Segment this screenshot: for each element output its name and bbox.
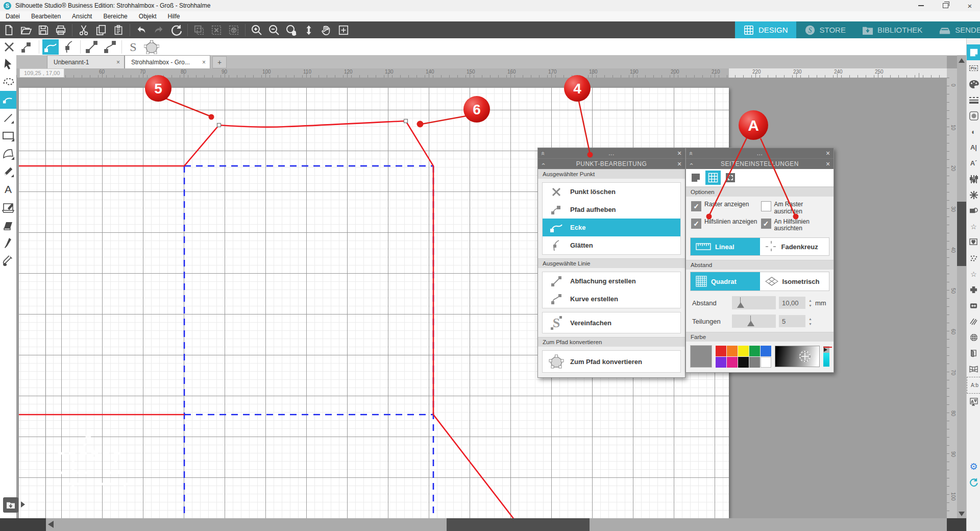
fit-page-icon[interactable] bbox=[335, 23, 352, 37]
knife-tool-icon[interactable] bbox=[0, 234, 16, 252]
close-button[interactable]: × bbox=[960, 0, 980, 11]
holding-area-button[interactable] bbox=[3, 497, 18, 513]
zoom-out-icon[interactable] bbox=[265, 23, 283, 37]
color-swatch[interactable] bbox=[738, 346, 749, 356]
print-icon[interactable] bbox=[52, 23, 69, 37]
redo-icon[interactable] bbox=[150, 23, 167, 37]
arc-tool-icon[interactable] bbox=[0, 144, 16, 162]
notes-tool-icon[interactable] bbox=[0, 198, 16, 216]
ruler-toggle-button[interactable]: Lineal bbox=[691, 238, 760, 255]
spacing-stepper[interactable]: ▲▼ bbox=[808, 299, 812, 307]
color-swatch[interactable] bbox=[716, 357, 726, 368]
nav-store-button[interactable]: S STORE bbox=[796, 21, 854, 38]
page-panel-title-bar[interactable]: ‹ SEITENEINSTELLUNGEN × bbox=[686, 158, 834, 169]
tab-close-icon[interactable]: × bbox=[202, 59, 206, 66]
draw-tool-icon[interactable] bbox=[0, 162, 16, 180]
horizontal-scroll-thumb[interactable] bbox=[447, 518, 590, 531]
pixel-trace-icon[interactable]: Pix bbox=[967, 60, 980, 76]
brightness-slider[interactable] bbox=[823, 346, 830, 367]
point-panel-drag-bar[interactable]: « ... × bbox=[538, 148, 685, 158]
nav-library-button[interactable]: BIBLIOTHEK bbox=[854, 21, 930, 38]
weld-icon[interactable] bbox=[967, 298, 980, 313]
color-swatch[interactable] bbox=[749, 346, 760, 356]
transform-icon[interactable] bbox=[967, 171, 980, 187]
delete-point-tool-icon[interactable] bbox=[0, 39, 18, 55]
duplicate-selection-icon[interactable] bbox=[190, 23, 208, 37]
corner-button[interactable]: Ecke bbox=[543, 219, 680, 236]
snap-to-grid-checkbox[interactable]: Am Raster ausrichten bbox=[761, 201, 829, 215]
menu-bearbeiten[interactable]: Bearbeiten bbox=[26, 13, 66, 20]
spacing-slider[interactable] bbox=[732, 296, 776, 309]
kerning-icon[interactable]: A:b bbox=[967, 377, 980, 394]
refresh-icon[interactable] bbox=[167, 23, 185, 37]
cut-icon[interactable] bbox=[75, 23, 92, 37]
text-tool-icon[interactable]: A bbox=[0, 180, 16, 198]
scroll-up-icon[interactable] bbox=[959, 58, 965, 63]
new-document-icon[interactable] bbox=[0, 23, 17, 37]
simplify-button[interactable]: S Vereinfachen bbox=[543, 312, 680, 333]
paste-icon[interactable] bbox=[110, 23, 127, 37]
curve-segment-tool-icon[interactable] bbox=[101, 39, 119, 55]
scroll-left-icon[interactable] bbox=[48, 521, 54, 528]
tab-grid-icon[interactable] bbox=[705, 171, 721, 185]
puzzle-icon[interactable] bbox=[967, 282, 980, 298]
nav-send-button[interactable]: SENDEN bbox=[930, 21, 980, 38]
current-grid-color-swatch[interactable] bbox=[690, 345, 712, 368]
update-icon[interactable] bbox=[967, 474, 980, 490]
menu-bereiche[interactable]: Bereiche bbox=[97, 13, 133, 20]
color-swatch[interactable] bbox=[727, 357, 738, 368]
rhinestone-icon[interactable] bbox=[967, 329, 980, 345]
menu-datei[interactable]: Datei bbox=[0, 13, 26, 20]
fill-color-icon[interactable] bbox=[967, 76, 980, 92]
corner-point-tool-icon[interactable] bbox=[42, 39, 59, 55]
scroll-down-icon[interactable] bbox=[959, 512, 965, 516]
tab-close-icon[interactable]: × bbox=[116, 59, 120, 66]
tab-page-icon[interactable] bbox=[688, 171, 703, 185]
delete-point-button[interactable]: Punkt löschen bbox=[543, 183, 680, 201]
offset-icon[interactable]: ☆ bbox=[967, 219, 980, 234]
collapse-all-icon[interactable]: « bbox=[538, 150, 549, 157]
square-grid-button[interactable]: Quadrat bbox=[691, 272, 760, 291]
replicate-icon[interactable] bbox=[967, 203, 980, 219]
save-icon[interactable] bbox=[35, 23, 52, 37]
release-path-button[interactable]: Pfad aufheben bbox=[543, 201, 680, 219]
point-panel-title-bar[interactable]: ‹ PUNKT-BEARBEITUNG × bbox=[538, 158, 685, 169]
restore-button[interactable] bbox=[935, 0, 955, 11]
simplify-tool-icon[interactable]: S bbox=[124, 39, 142, 55]
rectangle-tool-icon[interactable] bbox=[0, 127, 16, 144]
show-grid-checkbox[interactable]: ✓ Raster anzeigen bbox=[691, 201, 759, 215]
pan-hand-icon[interactable] bbox=[317, 23, 335, 37]
undo-icon[interactable] bbox=[133, 23, 150, 37]
menu-objekt[interactable]: Objekt bbox=[133, 13, 162, 20]
vertical-scroll-thumb[interactable] bbox=[957, 202, 966, 266]
minimize-button[interactable] bbox=[911, 0, 931, 11]
divisions-stepper[interactable]: ▲▼ bbox=[808, 317, 812, 326]
lasso-select-tool-icon[interactable] bbox=[0, 73, 16, 91]
color-swatch[interactable] bbox=[738, 357, 749, 368]
panel-close-icon[interactable]: × bbox=[822, 160, 834, 168]
page-settings-icon[interactable] bbox=[967, 44, 980, 60]
line-style-icon[interactable] bbox=[967, 92, 980, 108]
tab-unbenannt[interactable]: Unbenannt-1× bbox=[47, 55, 125, 68]
nav-design-button[interactable]: DESIGN bbox=[735, 21, 796, 38]
eyedropper-tool-icon[interactable] bbox=[0, 252, 16, 270]
red-path[interactable] bbox=[19, 121, 516, 518]
select-tool-icon[interactable] bbox=[0, 55, 16, 73]
character-style-icon[interactable]: A´ bbox=[967, 155, 980, 171]
color-swatch[interactable] bbox=[727, 346, 738, 356]
flatten-button[interactable]: Abflachung erstellen bbox=[543, 272, 680, 290]
zoom-drag-icon[interactable] bbox=[283, 23, 300, 37]
line-tool-icon[interactable] bbox=[0, 109, 16, 127]
spacing-value-field[interactable]: 10,00 bbox=[779, 297, 805, 309]
eraser-tool-icon[interactable] bbox=[0, 216, 16, 234]
convert-to-path-button[interactable]: Zum Pfad konvertieren bbox=[543, 351, 680, 372]
page-panel-drag-bar[interactable]: « ... × bbox=[686, 148, 834, 158]
trace-icon[interactable] bbox=[967, 234, 980, 250]
tab-registration-marks-icon[interactable] bbox=[723, 171, 738, 185]
fill-pattern-icon[interactable] bbox=[967, 108, 980, 124]
color-swatch[interactable] bbox=[761, 346, 771, 356]
gradient-color-bar[interactable] bbox=[775, 346, 819, 367]
break-path-tool-icon[interactable] bbox=[18, 39, 37, 55]
warp-icon[interactable] bbox=[967, 361, 980, 377]
transparency-icon[interactable]: ◐ bbox=[967, 124, 980, 139]
